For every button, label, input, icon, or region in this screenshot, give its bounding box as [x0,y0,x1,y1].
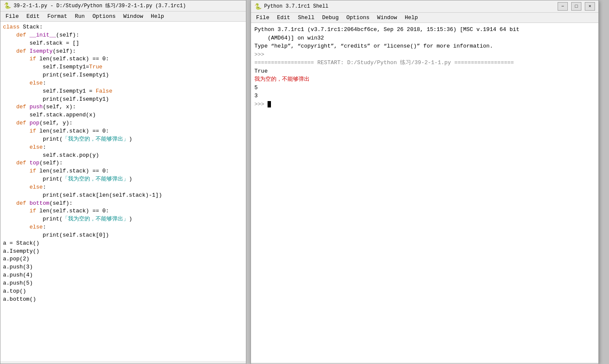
editor-content[interactable]: class Stack: def __init__(self): self.st… [0,22,246,361]
editor-icon: 🐍 [4,2,11,9]
code-line: a.bottom() [3,296,243,304]
shell-menu-options[interactable]: Options [343,14,373,22]
shell-output-line: Type “help”, “copyright”, “credits” or “… [254,42,595,51]
close-button[interactable]: × [585,2,595,11]
code-line: self.stack = [] [3,40,243,48]
shell-output-line: True [254,67,595,76]
shell-output-line: 我为空的，不能够弹出 [254,75,595,84]
editor-window: 🐍 39-2-1-1.py - D:/Study/Python 练习/39-2-… [0,0,246,364]
shell-window: 🐍 Python 3.7.1rc1 Shell − □ × File Edit … [251,0,599,364]
shell-titlebar: 🐍 Python 3.7.1rc1 Shell − □ × [251,0,598,13]
shell-menu-file[interactable]: File [253,14,273,22]
menu-format[interactable]: Format [44,12,70,20]
code-line: a.push(4) [3,271,243,279]
menu-help[interactable]: Help [147,12,167,20]
shell-menu-help[interactable]: Help [401,14,421,22]
shell-restart-line: ================== RESTART: D:/Study/Pyt… [254,59,595,67]
code-line: self.stack.append(x) [3,111,243,119]
menu-window[interactable]: Window [120,12,147,20]
code-line: if len(self.stack) == 0: [3,207,243,215]
code-line: def push(self, x): [3,103,243,111]
menu-file[interactable]: File [2,12,22,20]
code-line: print(self.stack[len(self.stack)-1]) [3,192,243,200]
code-line: print(self.Isempty1) [3,71,243,79]
maximize-button[interactable]: □ [571,2,581,11]
code-line: print(self.Isempty1) [3,96,243,104]
shell-prompt: >>> [254,51,595,59]
code-line: def __init__(self): [3,31,243,40]
editor-menubar: File Edit Format Run Options Window Help [0,11,246,22]
menu-run[interactable]: Run [71,12,88,20]
code-line: a.top() [3,288,243,296]
code-line: if len(self.stack) == 0: [3,55,243,63]
code-line: a.Isempty() [3,248,243,256]
shell-content[interactable]: Python 3.7.1rc1 (v3.7.1rc1:2064bcf6ce, S… [251,23,598,362]
editor-title: 39-2-1-1.py - D:/Study/Python 练习/39-2-1-… [14,2,186,9]
code-line: class Stack: [3,23,243,31]
code-line: def Isempty(self): [3,48,243,56]
code-line: def bottom(self): [3,200,243,208]
shell-output-line: 5 [254,84,595,92]
minimize-button[interactable]: − [558,2,568,11]
shell-output-line: 3 [254,92,595,100]
shell-menu-debug[interactable]: Debug [319,14,342,22]
shell-titlebar-left: 🐍 Python 3.7.1rc1 Shell [254,3,328,10]
shell-menu-shell[interactable]: Shell [294,14,318,22]
code-line: else: [3,144,243,152]
menu-options[interactable]: Options [89,12,119,20]
shell-icon: 🐍 [254,3,262,10]
shell-menubar: File Edit Shell Debug Options Window Hel… [251,13,598,23]
shell-titlebar-controls: − □ × [558,2,595,11]
code-line: def top(self): [3,159,243,167]
shell-output-line: Python 3.7.1rc1 (v3.7.1rc1:2064bcf6ce, S… [254,25,595,34]
code-line: if len(self.stack) == 0: [3,127,243,135]
shell-menu-window[interactable]: Window [374,14,400,22]
code-line: a.push(3) [3,263,243,271]
menu-edit[interactable]: Edit [23,12,43,20]
code-line: else: [3,223,243,231]
shell-menu-edit[interactable]: Edit [273,14,293,22]
code-line: print(「我为空的，不能够弹出」) [3,175,243,183]
code-line: self.stack.pop(y) [3,152,243,160]
shell-title: Python 3.7.1rc1 Shell [264,3,328,9]
code-line: self.Isempty1 = False [3,87,243,96]
code-line: a.pop(2) [3,255,243,263]
code-line: def pop(self, y): [3,119,243,127]
code-line: if len(self.stack) == 0: [3,167,243,175]
code-line: a = Stack() [3,240,243,248]
editor-titlebar: 🐍 39-2-1-1.py - D:/Study/Python 练习/39-2-… [0,0,246,11]
code-line: a.push(5) [3,279,243,288]
code-line: print(self.stack[0]) [3,231,243,240]
code-line: self.Isempty1=True [3,63,243,71]
shell-output-line: (AMD64)] on win32 [254,34,595,42]
code-line: print(「我为空的，不能够弹出」) [3,135,243,144]
code-line: else: [3,183,243,192]
shell-cursor-prompt: >>> [254,100,595,109]
code-line: else: [3,79,243,87]
code-line: print(「我为空的，不能够弹出」) [3,215,243,223]
